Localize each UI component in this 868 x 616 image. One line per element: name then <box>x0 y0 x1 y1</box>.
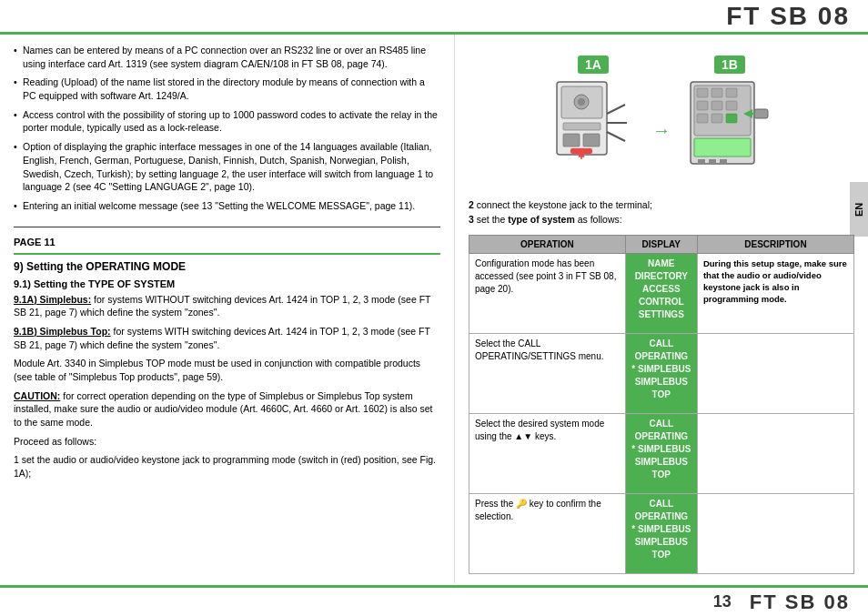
list-item: Entering an initial welcome message (see… <box>14 199 440 213</box>
svg-rect-18 <box>726 101 737 110</box>
display-cell: CALL OPERATING * SIMPLEBUS SIMPLEBUS TOP <box>625 493 697 573</box>
main-content: Names can be entered by means of a PC co… <box>0 35 868 583</box>
connect-text: 2 connect the keystone jack to the termi… <box>469 198 854 227</box>
svg-rect-14 <box>712 88 722 97</box>
list-item: Access control with the possibility of s… <box>14 108 440 135</box>
step-3-end: as follows: <box>578 214 622 225</box>
page-label: PAGE 11 <box>14 237 440 247</box>
para1: Module Art. 3340 in Simplebus TOP mode m… <box>14 357 440 383</box>
description-cell <box>697 413 853 493</box>
header-title: FT SB 08 <box>726 2 850 31</box>
description-cell <box>697 493 853 573</box>
device-1b-label: 1B <box>714 56 745 74</box>
operation-cell: Select the desired system mode using the… <box>469 413 626 493</box>
section-91b-text: 9.1B) Simplebus Top: for systems WITH sw… <box>14 325 440 351</box>
col-header-display: DISPLAY <box>625 235 697 253</box>
list-item: Reading (Upload) of the name list stored… <box>14 76 440 102</box>
diagram-area: 1A <box>469 44 854 189</box>
operation-cell: Configuration mode has been accessed (se… <box>469 253 626 333</box>
svg-rect-19 <box>697 114 708 123</box>
feature-list: Names can be entered by means of a PC co… <box>14 44 440 213</box>
operation-cell: Select the CALL OPERATING/SETTINGS menu. <box>469 333 626 413</box>
proceed-text: Proceed as follows: <box>14 435 440 449</box>
section-91a-label: 9.1A) Simplebus: <box>14 294 91 305</box>
svg-point-3 <box>578 98 585 106</box>
svg-rect-22 <box>694 138 751 157</box>
step-2-number: 2 <box>469 199 474 210</box>
col-header-operation: OPERATION <box>469 235 626 253</box>
list-item: Names can be entered by means of a PC co… <box>14 44 440 70</box>
svg-rect-23 <box>698 159 705 165</box>
svg-rect-13 <box>697 88 708 97</box>
svg-rect-16 <box>697 101 708 110</box>
svg-rect-4 <box>563 123 601 130</box>
svg-rect-15 <box>726 88 737 97</box>
device-1b: 1B <box>689 56 771 177</box>
section-91a-text: 9.1A) Simplebus: for systems WITHOUT swi… <box>14 293 440 319</box>
operation-cell: Press the 🔑 key to confirm the selection… <box>469 493 626 573</box>
svg-rect-26 <box>754 109 768 118</box>
description-cell: During this setup stage, make sure that … <box>697 253 853 333</box>
list-item: Option of displaying the graphic interfa… <box>14 140 440 194</box>
caution-label: CAUTION: <box>14 390 60 401</box>
device-1b-svg <box>689 77 771 177</box>
operations-table: OPERATION DISPLAY DESCRIPTION Configurat… <box>469 235 854 575</box>
section-9-title: 9) Setting the OPERATING MODE <box>14 260 440 273</box>
step-2-text: connect the keystone jack to the termina… <box>477 199 652 210</box>
step-3-bold: type of system <box>508 214 575 225</box>
svg-rect-20 <box>712 114 722 123</box>
col-header-description: DESCRIPTION <box>697 235 853 253</box>
green-divider <box>14 253 440 255</box>
table-row: Select the CALL OPERATING/SETTINGS menu.… <box>469 333 854 413</box>
svg-rect-6 <box>583 134 600 146</box>
svg-rect-25 <box>720 159 727 165</box>
table-row: Configuration mode has been accessed (se… <box>469 253 854 333</box>
svg-rect-17 <box>712 101 722 110</box>
page-footer: 13 FT SB 08 <box>0 585 868 616</box>
footer-brand: FT SB 08 <box>750 591 850 614</box>
device-1a-svg <box>552 77 634 177</box>
description-cell <box>697 333 853 413</box>
caution-body: for correct operation depending on the t… <box>14 390 433 428</box>
display-cell: CALL OPERATING * SIMPLEBUS SIMPLEBUS TOP <box>625 333 697 413</box>
section-91-title: 9.1) Setting the TYPE OF SYSTEM <box>14 278 440 289</box>
caution-text: CAUTION: for correct operation depending… <box>14 389 440 429</box>
svg-rect-5 <box>563 134 580 146</box>
page-number: 13 <box>713 592 732 611</box>
display-cell: CALL OPERATING * SIMPLEBUS SIMPLEBUS TOP <box>625 413 697 493</box>
divider <box>14 227 440 227</box>
svg-rect-24 <box>709 159 716 165</box>
step1-text: 1 set the audio or audio/video keystone … <box>14 453 440 480</box>
device-1a: 1A <box>552 56 634 177</box>
right-column: 1A <box>455 35 868 583</box>
svg-line-10 <box>607 132 625 141</box>
device-1a-label: 1A <box>578 56 609 74</box>
section-91b-label: 9.1B) Simplebus Top: <box>14 326 111 337</box>
table-row: Select the desired system mode using the… <box>469 413 854 493</box>
page-header: FT SB 08 <box>0 0 868 35</box>
svg-rect-7 <box>570 148 592 154</box>
table-row: Press the 🔑 key to confirm the selection… <box>469 493 854 573</box>
svg-rect-21 <box>726 114 737 123</box>
display-cell: NAME DIRECTORY ACCESS CONTROL SETTINGS <box>625 253 697 333</box>
step-3-text: set the <box>477 214 506 225</box>
left-column: Names can be entered by means of a PC co… <box>0 35 455 583</box>
svg-line-8 <box>607 105 625 114</box>
arrow-between-devices: → <box>652 120 671 141</box>
step-3-number: 3 <box>469 214 474 225</box>
